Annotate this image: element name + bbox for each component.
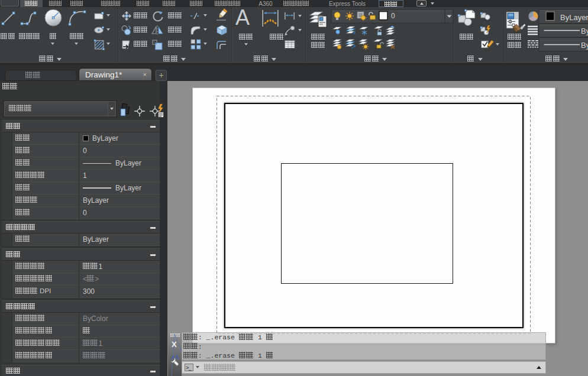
svg-text:By: By — [581, 41, 588, 50]
svg-text:X: X — [172, 340, 177, 349]
svg-text:By: By — [581, 27, 588, 35]
svg-text:ByLayer: ByLayer — [560, 13, 588, 22]
svg-text:0: 0 — [391, 12, 395, 20]
